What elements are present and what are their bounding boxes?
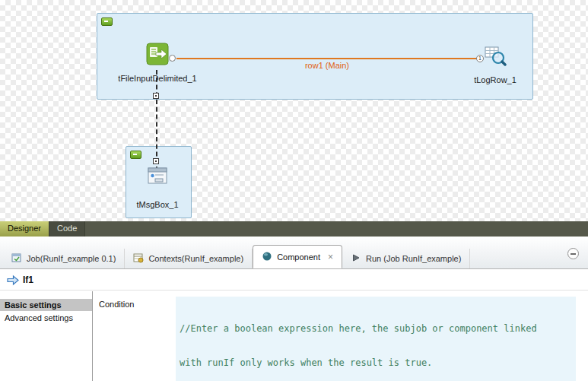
- editor-tab-bar: Job(RunIf_example 0.1) Contexts(RunIf_ex…: [0, 237, 588, 269]
- tab-code[interactable]: Code: [49, 221, 85, 237]
- component-title: If1: [23, 275, 33, 285]
- condition-label: Condition: [99, 300, 134, 309]
- nav-basic-settings[interactable]: Basic settings: [0, 299, 92, 311]
- talend-studio-window: row1 (Main) 1 tFileInputDelimited_1: [0, 0, 588, 381]
- close-icon[interactable]: ×: [328, 252, 333, 262]
- code-line: //Enter a boolean expression here, the s…: [180, 323, 572, 335]
- tab-component[interactable]: Component ×: [253, 245, 342, 268]
- minimize-button[interactable]: [567, 248, 579, 259]
- anchor-dot-icon: [155, 95, 157, 97]
- component-settings: Basic settings Advanced settings Conditi…: [0, 291, 588, 381]
- run-icon: [351, 252, 361, 265]
- minus-icon: [104, 21, 108, 22]
- basic-settings-form: Condition //Enter a boolean expression h…: [93, 291, 588, 381]
- tab-contexts[interactable]: Contexts(RunIf_example): [125, 249, 253, 268]
- anchor-dot-icon: [155, 160, 157, 162]
- tfileinputdelimited-icon[interactable]: [146, 43, 169, 68]
- component-tlogrow[interactable]: tLogRow_1: [450, 44, 541, 84]
- subjob-collapse-button[interactable]: [130, 151, 141, 159]
- component-label[interactable]: tLogRow_1: [450, 75, 541, 84]
- if-arrow-icon: [6, 275, 19, 289]
- row-connection-line[interactable]: [176, 58, 477, 59]
- minus-icon: [133, 154, 137, 155]
- tlogrow-icon[interactable]: [484, 44, 507, 70]
- condition-editor[interactable]: //Enter a boolean expression here, the s…: [176, 297, 576, 381]
- component-icon: [262, 251, 272, 263]
- component-tfileinputdelimited[interactable]: tFileInputDelimited_1: [110, 43, 205, 83]
- tabs-strip: Job(RunIf_example 0.1) Contexts(RunIf_ex…: [3, 245, 470, 268]
- code-line: with runIf only works when the result is…: [180, 357, 572, 369]
- component-tmsgbox[interactable]: tMsgBox_1: [112, 167, 203, 209]
- runif-trigger-link[interactable]: [156, 70, 157, 171]
- view-switch-bar: Designer Code: [0, 221, 588, 237]
- tmsgbox-icon[interactable]: [148, 167, 168, 188]
- trigger-anchor[interactable]: [153, 93, 159, 99]
- nav-advanced-settings[interactable]: Advanced settings: [0, 312, 92, 324]
- contexts-icon: [133, 252, 144, 265]
- subjob-collapse-button[interactable]: [101, 17, 113, 26]
- tab-job[interactable]: Job(RunIf_example 0.1): [3, 249, 125, 268]
- component-label[interactable]: tMsgBox_1: [112, 200, 203, 209]
- tab-label: Run (Job RunIf_example): [366, 254, 461, 263]
- settings-nav: Basic settings Advanced settings: [0, 291, 93, 381]
- tab-label: Component: [277, 252, 320, 262]
- tab-designer[interactable]: Designer: [0, 221, 49, 237]
- design-canvas[interactable]: row1 (Main) 1 tFileInputDelimited_1: [0, 0, 588, 221]
- trigger-anchor[interactable]: [153, 158, 159, 164]
- minus-icon: [571, 253, 576, 255]
- tab-run[interactable]: Run (Job RunIf_example): [342, 249, 470, 268]
- tab-label: Job(RunIf_example 0.1): [27, 254, 116, 263]
- job-icon: [11, 252, 22, 265]
- component-label[interactable]: tFileInputDelimited_1: [110, 74, 205, 83]
- component-panel-header: If1: [0, 269, 588, 291]
- row-connection-label[interactable]: row1 (Main): [251, 61, 403, 70]
- tab-label: Contexts(RunIf_example): [148, 254, 243, 263]
